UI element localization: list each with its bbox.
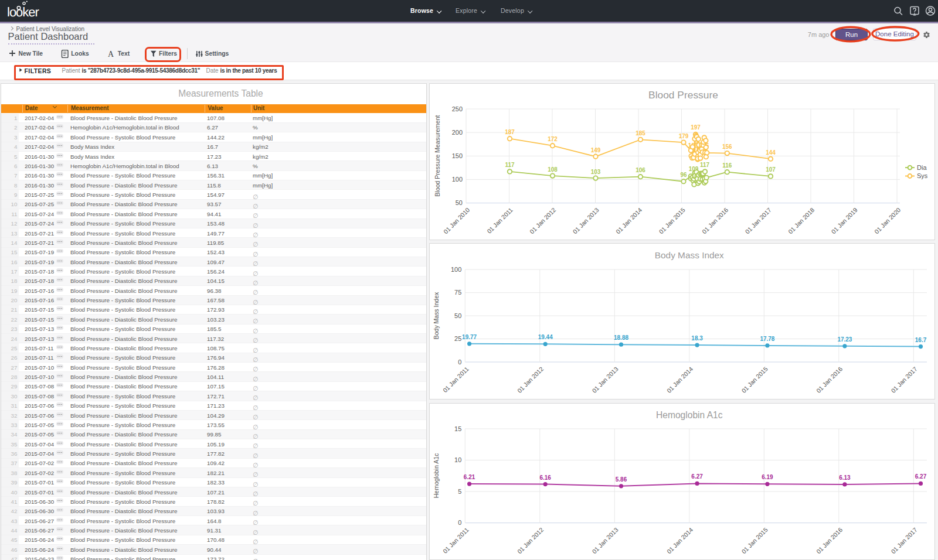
- svg-text:01 Jan 2016: 01 Jan 2016: [815, 525, 844, 554]
- svg-text:117: 117: [505, 162, 515, 168]
- svg-text:18.3: 18.3: [691, 335, 703, 342]
- svg-text:Dia: Dia: [917, 163, 927, 170]
- svg-text:50: 50: [454, 312, 461, 319]
- svg-text:19.44: 19.44: [538, 334, 553, 340]
- svg-text:01 Jan 2015: 01 Jan 2015: [740, 365, 769, 394]
- svg-text:25: 25: [454, 335, 461, 342]
- svg-text:01 Jan 2019: 01 Jan 2019: [830, 206, 859, 234]
- svg-text:5: 5: [458, 487, 461, 494]
- svg-text:01 Jan 2013: 01 Jan 2013: [590, 365, 619, 394]
- svg-text:A: A: [108, 50, 114, 58]
- svg-text:144: 144: [766, 149, 776, 155]
- svg-text:149: 149: [591, 146, 601, 153]
- svg-text:01 Jan 2011: 01 Jan 2011: [441, 525, 470, 554]
- svg-text:01 Jan 2017: 01 Jan 2017: [889, 525, 918, 554]
- svg-text:6.27: 6.27: [915, 473, 927, 480]
- svg-text:01 Jan 2011: 01 Jan 2011: [485, 206, 514, 234]
- svg-text:0: 0: [458, 358, 461, 365]
- svg-text:01 Jan 2016: 01 Jan 2016: [701, 206, 729, 234]
- svg-text:Blood Pressure Measurement: Blood Pressure Measurement: [434, 115, 441, 196]
- svg-text:150: 150: [452, 152, 463, 159]
- svg-text:10: 10: [454, 456, 461, 463]
- svg-text:108: 108: [548, 166, 558, 172]
- svg-text:6.16: 6.16: [539, 474, 551, 480]
- svg-text:17.78: 17.78: [760, 335, 774, 342]
- svg-text:01 Jan 2015: 01 Jan 2015: [740, 525, 769, 554]
- svg-text:96: 96: [680, 172, 687, 178]
- svg-text:01 Jan 2014: 01 Jan 2014: [665, 365, 694, 394]
- svg-text:200: 200: [452, 128, 463, 135]
- svg-text:01 Jan 2013: 01 Jan 2013: [572, 206, 600, 234]
- svg-text:01 Jan 2015: 01 Jan 2015: [658, 206, 686, 234]
- svg-text:Body Mass Index: Body Mass Index: [655, 250, 724, 260]
- svg-text:19.77: 19.77: [462, 333, 477, 340]
- svg-text:15: 15: [454, 425, 461, 432]
- svg-text:01 Jan 2016: 01 Jan 2016: [815, 365, 844, 394]
- svg-text:156: 156: [722, 144, 732, 150]
- svg-text:01 Jan 2020: 01 Jan 2020: [873, 206, 902, 234]
- svg-text:187: 187: [505, 129, 515, 135]
- svg-text:Body Mass Index: Body Mass Index: [433, 291, 440, 339]
- svg-text:01 Jan 2011: 01 Jan 2011: [441, 365, 470, 394]
- svg-text:01 Jan 2013: 01 Jan 2013: [590, 525, 619, 554]
- svg-text:107: 107: [766, 166, 776, 173]
- svg-text:6.13: 6.13: [839, 474, 851, 480]
- svg-text:01 Jan 2012: 01 Jan 2012: [516, 365, 545, 394]
- svg-text:01 Jan 2017: 01 Jan 2017: [889, 365, 918, 394]
- svg-text:103: 103: [591, 168, 601, 175]
- svg-text:01 Jan 2017: 01 Jan 2017: [744, 206, 773, 234]
- svg-text:5.86: 5.86: [616, 476, 627, 482]
- svg-text:01 Jan 2014: 01 Jan 2014: [665, 525, 694, 554]
- svg-text:Sys: Sys: [917, 172, 928, 179]
- svg-text:100: 100: [452, 175, 463, 182]
- svg-text:Blood Pressure: Blood Pressure: [648, 88, 718, 100]
- svg-text:50: 50: [456, 199, 463, 206]
- svg-text:0: 0: [458, 519, 461, 526]
- svg-text:Hemoglobin A1c: Hemoglobin A1c: [656, 410, 723, 420]
- svg-text:6.27: 6.27: [691, 473, 703, 480]
- svg-text:197: 197: [691, 124, 701, 131]
- svg-text:01 Jan 2014: 01 Jan 2014: [614, 206, 643, 234]
- svg-text:75: 75: [454, 289, 461, 296]
- svg-text:100: 100: [451, 265, 461, 272]
- svg-text:Hemoglobin A1c: Hemoglobin A1c: [433, 453, 440, 497]
- svg-text:179: 179: [679, 132, 689, 139]
- svg-text:172: 172: [548, 136, 558, 142]
- svg-text:117: 117: [700, 162, 710, 168]
- svg-text:250: 250: [452, 105, 463, 112]
- svg-text:01 Jan 2012: 01 Jan 2012: [528, 206, 557, 234]
- svg-text:18.88: 18.88: [614, 334, 628, 341]
- svg-text:01 Jan 2018: 01 Jan 2018: [787, 206, 815, 234]
- svg-text:01 Jan 2012: 01 Jan 2012: [516, 525, 545, 554]
- svg-text:185: 185: [635, 129, 645, 136]
- svg-text:16.7: 16.7: [915, 336, 927, 343]
- svg-text:116: 116: [722, 162, 732, 169]
- svg-text:6.19: 6.19: [762, 474, 773, 480]
- svg-text:6.21: 6.21: [464, 474, 475, 480]
- svg-text:106: 106: [635, 167, 645, 173]
- svg-text:01 Jan 2010: 01 Jan 2010: [442, 206, 471, 234]
- svg-text:17.23: 17.23: [837, 336, 852, 342]
